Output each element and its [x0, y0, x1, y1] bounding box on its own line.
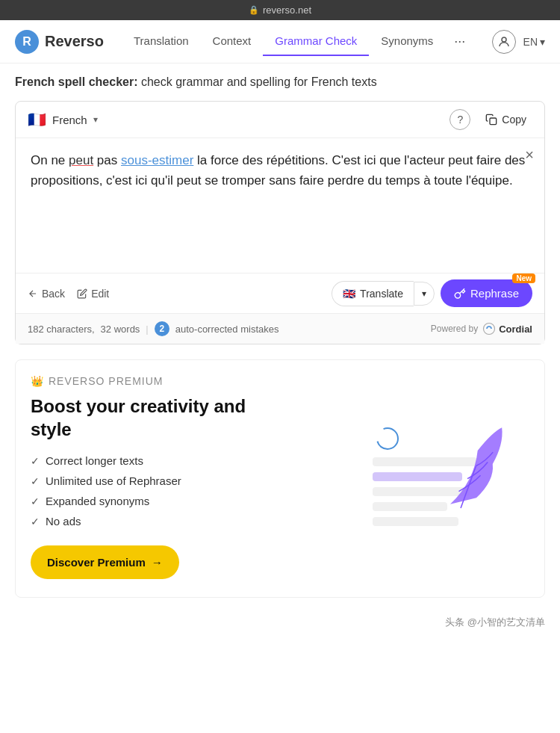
check-icon-1: ✓	[31, 455, 40, 467]
cordial-icon	[482, 322, 496, 335]
copy-icon	[485, 114, 497, 126]
lock-icon: 🔒	[249, 5, 259, 15]
text-part2: pas	[93, 153, 121, 167]
nav-link-synonyms[interactable]: Synonyms	[369, 27, 445, 56]
powered-by-label: Powered by	[431, 324, 478, 334]
check-icon-4: ✓	[31, 516, 40, 528]
help-button[interactable]: ?	[449, 109, 470, 130]
edit-button[interactable]: Edit	[77, 288, 109, 300]
discover-arrow: →	[152, 556, 163, 569]
svg-rect-6	[373, 502, 447, 511]
navbar: R Reverso Translation Context Grammar Ch…	[0, 20, 560, 64]
footer-attribution: 头条 @小智的艺文清单	[0, 610, 560, 632]
autocorrect-count: 2	[155, 321, 169, 336]
bottom-toolbar: Back Edit 🇬🇧 Translate ▾	[16, 273, 544, 313]
svg-rect-5	[373, 487, 470, 496]
stats-separator: |	[146, 324, 148, 335]
svg-point-2	[484, 324, 495, 335]
text-part1: On ne	[31, 153, 69, 167]
premium-label: REVERSO PREMIUM	[49, 375, 163, 387]
new-badge: New	[512, 273, 535, 283]
svg-point-0	[502, 37, 506, 42]
svg-rect-1	[490, 118, 497, 125]
back-arrow-icon	[28, 288, 38, 299]
word-count: 32 words	[101, 324, 140, 335]
feature-label-3: Expanded synonyms	[46, 495, 149, 507]
lang-row: 🇫🇷 French ▾ ? Copy	[16, 102, 544, 138]
word-peut[interactable]: peut	[69, 153, 93, 167]
url-bar: 🔒 reverso.net	[0, 0, 560, 20]
discover-premium-button[interactable]: Discover Premium →	[31, 545, 179, 579]
toolbar-right: 🇬🇧 Translate ▾ New Rephrase	[332, 279, 532, 307]
back-label: Back	[42, 288, 65, 300]
svg-rect-3	[373, 457, 477, 466]
cordial-label: Cordial	[499, 324, 532, 335]
nav-right: EN ▾	[492, 30, 545, 54]
illustration-svg	[365, 398, 529, 547]
main-content: French spell checker: check grammar and …	[0, 64, 560, 610]
attribution-text: 头条 @小智的艺文清单	[445, 616, 545, 628]
lang-chevron: ▾	[540, 36, 545, 48]
logo-letter: R	[22, 35, 31, 49]
url-text: reverso.net	[263, 4, 311, 16]
copy-button[interactable]: Copy	[479, 111, 532, 129]
check-icon-3: ✓	[31, 495, 40, 507]
translate-label: Translate	[360, 288, 403, 300]
help-icon: ?	[457, 114, 463, 126]
rephrase-label: Rephrase	[470, 287, 519, 300]
close-button[interactable]: ×	[525, 147, 534, 162]
translate-group: 🇬🇧 Translate ▾	[332, 281, 435, 306]
lang-actions: ? Copy	[449, 109, 532, 130]
feature-label-4: No ads	[46, 515, 81, 528]
premium-section: 👑 REVERSO PREMIUM Boost your creativity …	[15, 359, 545, 598]
svg-rect-7	[373, 517, 458, 526]
svg-point-9	[377, 428, 398, 449]
toolbar-left: Back Edit	[28, 288, 109, 300]
rephrase-icon	[454, 288, 466, 300]
back-button[interactable]: Back	[28, 288, 65, 300]
feature-label-2: Unlimited use of Rephraser	[46, 474, 181, 487]
autocorrect-label: auto-corrected mistakes	[175, 324, 279, 335]
feature-label-1: Correct longer texts	[46, 454, 143, 467]
copy-label: Copy	[502, 114, 526, 126]
premium-title: Boost your creativity and style	[31, 395, 270, 441]
chevron-down-icon: ▾	[93, 114, 98, 125]
discover-label: Discover Premium	[47, 556, 146, 569]
cordial-logo: Cordial	[482, 322, 532, 335]
check-icon-2: ✓	[31, 475, 40, 487]
user-icon[interactable]	[492, 30, 516, 54]
language-picker[interactable]: 🇫🇷 French ▾	[28, 111, 98, 129]
nav-logo[interactable]: R Reverso	[15, 30, 104, 54]
crown-icon: 👑	[31, 375, 44, 387]
powered-by: Powered by Cordial	[431, 322, 532, 335]
page-title-rest: check grammar and spelling for French te…	[141, 75, 377, 88]
premium-illustration	[365, 398, 529, 547]
text-area[interactable]: × On ne peut pas sous-estimer la force d…	[16, 138, 544, 273]
stats-row: 182 characters, 32 words | 2 auto-correc…	[16, 313, 544, 344]
nav-link-translation[interactable]: Translation	[122, 27, 201, 56]
input-box: 🇫🇷 French ▾ ? Copy × On ne pe	[15, 101, 545, 344]
uk-flag: 🇬🇧	[343, 288, 355, 300]
nav-link-grammar[interactable]: Grammar Check	[263, 27, 369, 56]
premium-crown: 👑 REVERSO PREMIUM	[31, 375, 529, 387]
edit-label: Edit	[91, 288, 109, 300]
translate-dropdown-btn[interactable]: ▾	[414, 282, 435, 306]
nav-link-context[interactable]: Context	[201, 27, 264, 56]
edit-icon	[77, 288, 87, 299]
page-title: French spell checker: check grammar and …	[15, 75, 545, 89]
page-title-bold: French spell checker:	[15, 75, 138, 88]
french-flag: 🇫🇷	[28, 111, 46, 129]
language-name: French	[52, 114, 87, 126]
logo-text: Reverso	[45, 33, 104, 50]
language-selector[interactable]: EN ▾	[523, 36, 545, 48]
lang-text: EN	[523, 36, 538, 48]
char-count: 182 characters,	[28, 324, 95, 335]
nav-more-btn[interactable]: ···	[445, 26, 474, 57]
svg-rect-8	[373, 472, 462, 481]
translate-button[interactable]: 🇬🇧 Translate	[332, 281, 414, 306]
logo-circle: R	[15, 30, 39, 54]
rephrase-button[interactable]: New Rephrase	[441, 279, 532, 307]
word-sous-estimer[interactable]: sous-estimer	[121, 153, 193, 167]
nav-links: Translation Context Grammar Check Synony…	[122, 26, 492, 57]
stats-left: 182 characters, 32 words | 2 auto-correc…	[28, 321, 279, 336]
